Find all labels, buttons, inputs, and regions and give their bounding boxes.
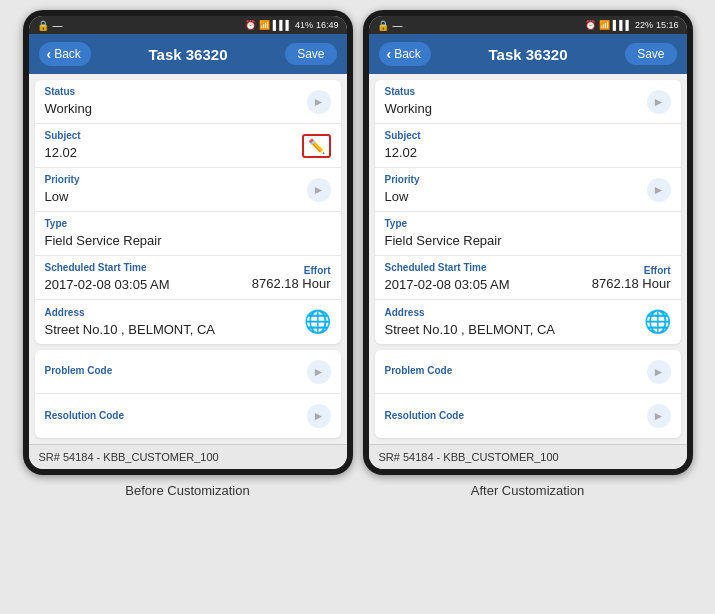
after-scheduled-value: 2017-02-08 03:05 AM (385, 277, 510, 292)
before-address-content: Address Street No.10 , BELMONT, CA (45, 307, 304, 338)
before-alarm-icon: ⏰ (245, 20, 256, 30)
after-save-button[interactable]: Save (625, 43, 676, 65)
before-priority-label: Priority (45, 174, 307, 185)
before-caption: Before Customization (23, 483, 353, 498)
before-content: Status Working ► Subject 12.02 ✏️ (29, 74, 347, 444)
after-subject-label: Subject (385, 130, 671, 141)
after-caption: After Customization (363, 483, 693, 498)
after-signal-icon: ▌▌▌ (613, 20, 632, 30)
after-wifi-icon: 📶 (599, 20, 610, 30)
before-priority-content: Priority Low (45, 174, 307, 205)
before-type-content: Type Field Service Repair (45, 218, 331, 249)
after-content: Status Working ► Subject 12.02 (369, 74, 687, 444)
after-type-label: Type (385, 218, 671, 229)
after-problem-label: Problem Code (385, 365, 647, 376)
after-back-label: Back (394, 47, 421, 61)
after-status-right: ⏰ 📶 ▌▌▌ 22% 15:16 (585, 20, 679, 30)
before-address-value: Street No.10 , BELMONT, CA (45, 322, 216, 337)
before-status-chevron: ► (307, 90, 331, 114)
after-scheduled-row: Scheduled Start Time 2017-02-08 03:05 AM… (375, 256, 681, 300)
after-screen: 🔒 — ⏰ 📶 ▌▌▌ 22% 15:16 ‹ Back Task 36320 (369, 16, 687, 469)
before-globe-icon[interactable]: 🌐 (304, 309, 331, 335)
after-status-label: Status (385, 86, 647, 97)
after-phone: 🔒 — ⏰ 📶 ▌▌▌ 22% 15:16 ‹ Back Task 36320 (363, 10, 693, 475)
before-subject-row[interactable]: Subject 12.02 ✏️ (35, 124, 341, 168)
before-problem-row[interactable]: Problem Code ► (35, 350, 341, 394)
before-resolution-row[interactable]: Resolution Code ► (35, 394, 341, 438)
before-back-label: Back (54, 47, 81, 61)
after-priority-value: Low (385, 189, 409, 204)
before-time: 16:49 (316, 20, 339, 30)
before-effort-value: 8762.18 Hour (252, 276, 331, 291)
before-screen: 🔒 — ⏰ 📶 ▌▌▌ 41% 16:49 ‹ Back Task 36320 (29, 16, 347, 469)
captions-row: Before Customization After Customization (23, 483, 693, 498)
after-subject-content: Subject 12.02 (385, 130, 671, 161)
before-subject-value: 12.02 (45, 145, 78, 160)
after-status-row[interactable]: Status Working ► (375, 80, 681, 124)
before-status-label: Status (45, 86, 307, 97)
before-codes-card: Problem Code ► Resolution Code ► (35, 350, 341, 438)
before-status-bar: 🔒 — ⏰ 📶 ▌▌▌ 41% 16:49 (29, 16, 347, 34)
after-header-title: Task 36320 (489, 46, 568, 63)
after-resolution-chevron: ► (647, 404, 671, 428)
before-subject-label: Subject (45, 130, 302, 141)
after-time: 15:16 (656, 20, 679, 30)
after-effort-label: Effort (592, 265, 671, 276)
after-codes-card: Problem Code ► Resolution Code ► (375, 350, 681, 438)
after-lock-icon: 🔒 (377, 20, 389, 31)
before-sim-icon: — (53, 20, 63, 31)
before-status-right: ⏰ 📶 ▌▌▌ 41% 16:49 (245, 20, 339, 30)
after-back-button[interactable]: ‹ Back (379, 42, 431, 66)
before-save-button[interactable]: Save (285, 43, 336, 65)
after-problem-chevron: ► (647, 360, 671, 384)
after-status-content: Status Working (385, 86, 647, 117)
before-back-button[interactable]: ‹ Back (39, 42, 91, 66)
before-wifi-icon: 📶 (259, 20, 270, 30)
before-status-value: Working (45, 101, 92, 116)
before-phone: 🔒 — ⏰ 📶 ▌▌▌ 41% 16:49 ‹ Back Task 36320 (23, 10, 353, 475)
before-app-header: ‹ Back Task 36320 Save (29, 34, 347, 74)
before-effort-col: Effort 8762.18 Hour (252, 265, 331, 291)
after-type-content: Type Field Service Repair (385, 218, 671, 249)
after-scheduled-content: Scheduled Start Time 2017-02-08 03:05 AM (385, 262, 592, 293)
before-edit-box[interactable]: ✏️ (302, 134, 331, 158)
after-resolution-content: Resolution Code (385, 410, 647, 423)
after-globe-icon[interactable]: 🌐 (644, 309, 671, 335)
before-status-content: Status Working (45, 86, 307, 117)
before-scheduled-value: 2017-02-08 03:05 AM (45, 277, 170, 292)
after-address-value: Street No.10 , BELMONT, CA (385, 322, 556, 337)
before-type-label: Type (45, 218, 331, 229)
after-priority-row[interactable]: Priority Low ► (375, 168, 681, 212)
after-address-label: Address (385, 307, 644, 318)
before-edit-icon: ✏️ (308, 138, 325, 154)
before-header-title: Task 36320 (149, 46, 228, 63)
before-address-row: Address Street No.10 , BELMONT, CA 🌐 (35, 300, 341, 344)
after-address-content: Address Street No.10 , BELMONT, CA (385, 307, 644, 338)
before-signal-icon: ▌▌▌ (273, 20, 292, 30)
after-resolution-row[interactable]: Resolution Code ► (375, 394, 681, 438)
before-footer: SR# 54184 - KBB_CUSTOMER_100 (29, 444, 347, 469)
after-scheduled-label: Scheduled Start Time (385, 262, 592, 273)
after-resolution-label: Resolution Code (385, 410, 647, 421)
before-back-arrow-icon: ‹ (47, 46, 52, 62)
after-sim-icon: — (393, 20, 403, 31)
after-problem-row[interactable]: Problem Code ► (375, 350, 681, 394)
before-status-row[interactable]: Status Working ► (35, 80, 341, 124)
after-back-arrow-icon: ‹ (387, 46, 392, 62)
before-problem-label: Problem Code (45, 365, 307, 376)
before-resolution-content: Resolution Code (45, 410, 307, 423)
after-effort-value: 8762.18 Hour (592, 276, 671, 291)
before-type-row: Type Field Service Repair (35, 212, 341, 256)
after-priority-chevron: ► (647, 178, 671, 202)
after-type-value: Field Service Repair (385, 233, 502, 248)
after-subject-row: Subject 12.02 (375, 124, 681, 168)
before-resolution-label: Resolution Code (45, 410, 307, 421)
before-problem-content: Problem Code (45, 365, 307, 378)
after-footer: SR# 54184 - KBB_CUSTOMER_100 (369, 444, 687, 469)
after-address-row: Address Street No.10 , BELMONT, CA 🌐 (375, 300, 681, 344)
after-main-card: Status Working ► Subject 12.02 (375, 80, 681, 344)
before-priority-row[interactable]: Priority Low ► (35, 168, 341, 212)
after-status-bar: 🔒 — ⏰ 📶 ▌▌▌ 22% 15:16 (369, 16, 687, 34)
after-battery: 22% (635, 20, 653, 30)
after-status-chevron: ► (647, 90, 671, 114)
